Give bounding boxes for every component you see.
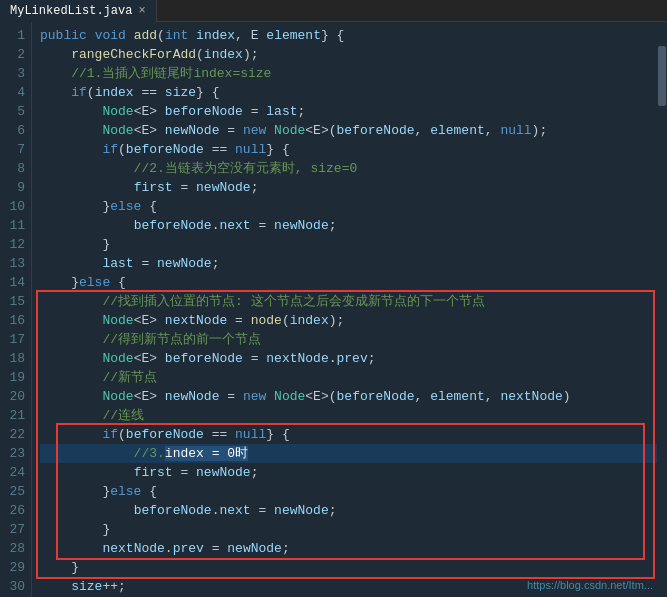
table-row: //2.当链表为空没有元素时, size=0 [40,159,659,178]
table-row: } [40,520,659,539]
table-row: //得到新节点的前一个节点 [40,330,659,349]
table-row: Node<E> beforeNode = nextNode.prev; [40,349,659,368]
line-numbers: 1234567891011121314151617181920212223242… [0,22,32,597]
table-row: beforeNode.next = newNode; [40,501,659,520]
code-content[interactable]: public void add(int index, E element} { … [32,22,667,597]
table-row: Node<E> nextNode = node(index); [40,311,659,330]
tab-label: MyLinkedList.java [10,4,132,18]
table-row: }else { [40,197,659,216]
table-row: //1.当插入到链尾时index=size [40,64,659,83]
table-row: public void add(int index, E element} { [40,26,659,45]
watermark: https://blog.csdn.net/Itm... [527,579,653,591]
scrollbar-track [657,44,667,597]
table-row: }else { [40,273,659,292]
table-row: //新节点 [40,368,659,387]
code-area: 1234567891011121314151617181920212223242… [0,22,667,597]
tab-bar: MyLinkedList.java × [0,0,667,22]
table-row: if(index == size} { [40,83,659,102]
table-row: } [40,558,659,577]
table-row: if(beforeNode == null} { [40,425,659,444]
table-row: first = newNode; [40,463,659,482]
table-row: Node<E> newNode = new Node<E>(beforeNode… [40,387,659,406]
table-row: Node<E> newNode = new Node<E>(beforeNode… [40,121,659,140]
table-row: beforeNode.next = newNode; [40,216,659,235]
active-tab[interactable]: MyLinkedList.java × [0,0,157,22]
table-row: //连线 [40,406,659,425]
table-row: last = newNode; [40,254,659,273]
table-row: }else { [40,482,659,501]
table-row: nextNode.prev = newNode; [40,539,659,558]
table-row: Node<E> beforeNode = last; [40,102,659,121]
editor-container: MyLinkedList.java × 12345678910111213141… [0,0,667,597]
table-row: if(beforeNode == null} { [40,140,659,159]
table-row: rangeCheckForAdd(index); [40,45,659,64]
scrollbar-thumb[interactable] [658,46,666,106]
table-row: //找到插入位置的节点: 这个节点之后会变成新节点的下一个节点 [40,292,659,311]
table-row: } [40,235,659,254]
tab-close-icon[interactable]: × [138,4,145,18]
table-row: //3.index = 0时 [40,444,659,463]
table-row: first = newNode; [40,178,659,197]
